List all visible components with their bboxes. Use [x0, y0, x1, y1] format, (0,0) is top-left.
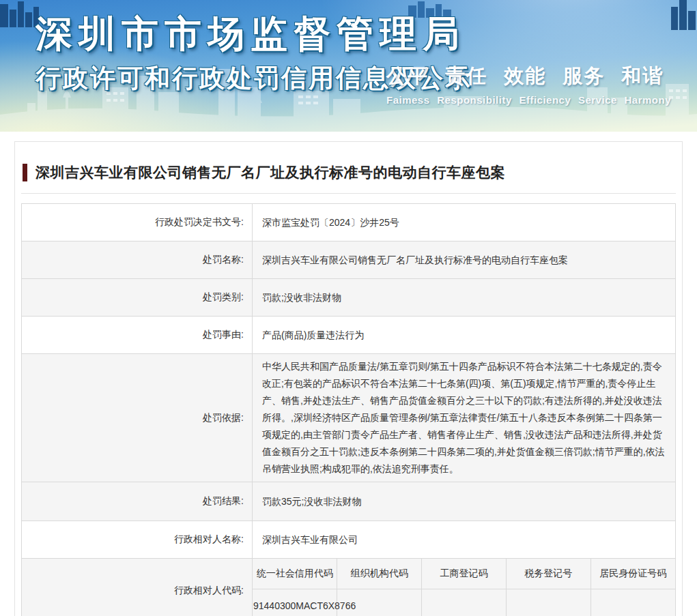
motto-chinese: 公平 责任 效能 服务 和谐 — [386, 63, 671, 90]
codes-header: 统一社会信用代码 — [253, 559, 337, 589]
codes-value — [506, 589, 591, 616]
table-row: 行政处罚决定书文号: 深市监宝处罚〔2024〕沙井25号 — [22, 204, 676, 241]
codes-header: 税务登记号 — [506, 559, 591, 589]
row-value: 中华人民共和国产品质量法/第五章罚则/第五十四条产品标识不符合本法第二十七条规定… — [253, 354, 676, 482]
row-value: 罚款;没收非法财物 — [253, 279, 676, 317]
title-accent-bar — [23, 164, 27, 181]
row-value: 产品(商品)质量违法行为 — [253, 317, 676, 354]
case-title-section: 深圳吉兴车业有限公司销售无厂名厂址及执行标准号的电动自行车座包案 — [21, 148, 676, 194]
table-row: 处罚类别: 罚款;没收非法财物 — [22, 279, 676, 317]
codes-subtable-cell: 统一社会信用代码 组织机构代码 工商登记码 税务登记号 居民身份证号码 9144… — [253, 559, 676, 616]
table-row: 处罚事由: 产品(商品)质量违法行为 — [22, 317, 676, 354]
content-card: 深圳吉兴车业有限公司销售无厂名厂址及执行标准号的电动自行车座包案 行政处罚决定书… — [14, 141, 683, 616]
header-banner: 深圳市市场监督管理局 行政许可和行政处罚信用信息双公示 公平 责任 效能 服务 … — [0, 0, 697, 132]
motto-english: Faimess Responsibility Efficiency Servic… — [386, 94, 671, 106]
table-row-codes: 行政相对人代码: 统一社会信用代码 组织机构代码 工商登记码 税务登记号 居民身… — [22, 559, 676, 616]
codes-value-row: 91440300MACT6X8766 — [253, 589, 675, 616]
row-label: 处罚类别: — [22, 279, 253, 317]
codes-subtable: 统一社会信用代码 组织机构代码 工商登记码 税务登记号 居民身份证号码 9144… — [253, 559, 675, 616]
row-value: 深圳吉兴车业有限公司 — [253, 521, 676, 559]
codes-value — [422, 589, 507, 616]
page-title: 深圳吉兴车业有限公司销售无厂名厂址及执行标准号的电动自行车座包案 — [35, 163, 505, 182]
table-row: 处罚名称: 深圳吉兴车业有限公司销售无厂名厂址及执行标准号的电动自行车座包案 — [22, 241, 676, 279]
corner-buildings-left-icon — [0, 0, 41, 27]
row-value: 深市监宝处罚〔2024〕沙井25号 — [253, 204, 676, 241]
row-label: 行政相对人名称: — [22, 521, 253, 559]
codes-value: 91440300MACT6X8766 — [253, 589, 337, 616]
row-value: 深圳吉兴车业有限公司销售无厂名厂址及执行标准号的电动自行车座包案 — [253, 241, 676, 279]
table-row: 处罚结果: 罚款35元;没收非法财物 — [22, 482, 676, 521]
table-row: 处罚依据: 中华人民共和国产品质量法/第五章罚则/第五十四条产品标识不符合本法第… — [22, 354, 676, 482]
penalty-info-table: 行政处罚决定书文号: 深市监宝处罚〔2024〕沙井25号 处罚名称: 深圳吉兴车… — [21, 203, 676, 616]
row-label: 行政处罚决定书文号: — [22, 204, 253, 241]
banner-motto: 公平 责任 效能 服务 和谐 Faimess Responsibility Ef… — [386, 63, 671, 106]
row-label: 处罚事由: — [22, 317, 253, 354]
table-row: 行政相对人名称: 深圳吉兴车业有限公司 — [22, 521, 676, 559]
codes-header-row: 统一社会信用代码 组织机构代码 工商登记码 税务登记号 居民身份证号码 — [253, 559, 675, 589]
codes-header: 居民身份证号码 — [591, 559, 675, 589]
row-value: 罚款35元;没收非法财物 — [253, 482, 676, 521]
codes-header: 工商登记码 — [422, 559, 507, 589]
row-label: 处罚名称: — [22, 241, 253, 279]
corner-buildings-right-icon — [670, 0, 697, 30]
row-label: 行政相对人代码: — [22, 559, 253, 616]
row-label: 处罚结果: — [22, 482, 253, 521]
codes-value — [591, 589, 675, 616]
org-title: 深圳市市场监督管理局 — [35, 10, 466, 59]
row-label: 处罚依据: — [22, 354, 253, 482]
codes-header: 组织机构代码 — [337, 559, 422, 589]
